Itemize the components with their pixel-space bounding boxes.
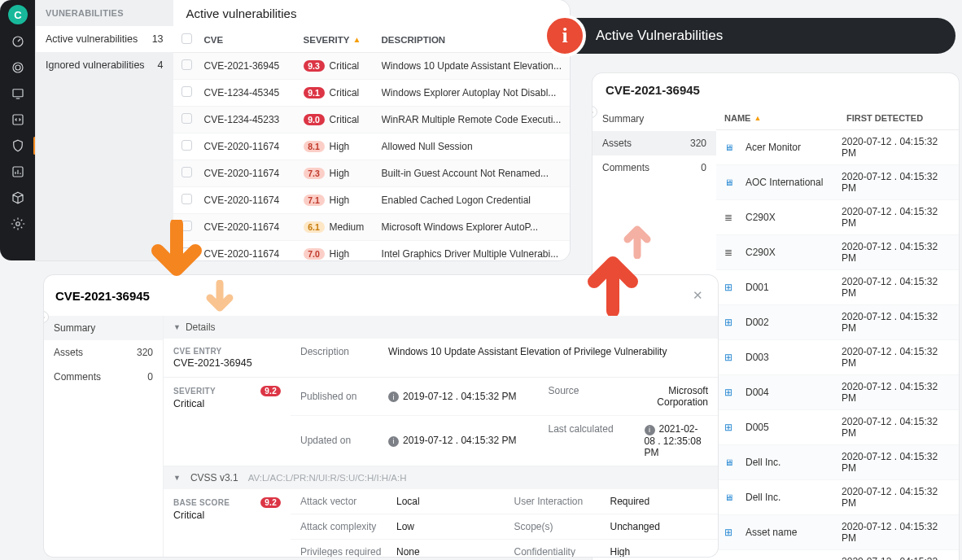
nav-item-label: Ignored vulnerabilities xyxy=(46,59,145,71)
table-row[interactable]: Acer Monitor 2020-07-12 . 04:15:32 PM xyxy=(716,130,959,165)
table-row[interactable]: CVE-2020-11674 7.1High Enabled Cached Lo… xyxy=(173,187,570,214)
severity-pill: 9.3 xyxy=(304,60,325,72)
nav-active-vulns[interactable]: Active vulnerabilities 13 xyxy=(36,26,173,52)
tab-summary[interactable]: Summary xyxy=(593,107,716,131)
select-all-checkbox[interactable] xyxy=(181,33,192,44)
table-row[interactable]: Dell Inc. 2020-07-12 . 04:15:32 PM xyxy=(716,445,959,480)
table-row[interactable]: D004 2020-07-12 . 04:15:32 PM xyxy=(716,375,959,410)
code-icon[interactable] xyxy=(9,111,27,129)
metric-label: Privileges required xyxy=(300,546,396,558)
table-row[interactable]: CVE-2020-11674 7.3High Built-in Guest Ac… xyxy=(173,160,570,187)
severity-label: SEVERITY xyxy=(173,387,216,396)
sort-asc-icon: ▲ xyxy=(352,35,361,44)
details-section-header[interactable]: ▼Details xyxy=(164,316,718,339)
row-checkbox[interactable] xyxy=(181,194,192,204)
tab-comments[interactable]: Comments0 xyxy=(593,155,716,180)
row-checkbox[interactable] xyxy=(181,167,192,177)
detail-panel: ▸ CVE-2021-36945 ✕ Summary Assets320 Com… xyxy=(44,275,718,557)
app-sidebar: C xyxy=(0,0,36,260)
col-first-detected[interactable]: FIRST DETECTED xyxy=(846,113,923,123)
severity-pill: 7.1 xyxy=(304,195,325,206)
cell-severity: High xyxy=(330,141,350,152)
avatar[interactable]: C xyxy=(8,5,28,24)
severity-pill: 9.1 xyxy=(304,87,325,98)
gear-icon[interactable] xyxy=(9,215,27,233)
assets-panel-title: CVE-2021-36945 xyxy=(593,73,959,107)
table-row[interactable]: Asset name 2020-07-12 . 04:15:32 PM xyxy=(716,515,959,550)
col-cve[interactable]: CVE xyxy=(204,35,304,45)
cell-first-detected: 2020-07-12 . 04:15:32 PM xyxy=(842,136,951,159)
table-row[interactable]: D001 2020-07-12 . 04:15:32 PM xyxy=(716,270,959,305)
info-icon: i xyxy=(388,392,399,402)
table-row[interactable]: C290X 2020-07-12 . 04:15:32 PM xyxy=(716,200,959,235)
banner: i Active Vulnerabilities xyxy=(550,18,955,54)
tab-assets[interactable]: Assets320 xyxy=(44,340,163,365)
asset-type-icon xyxy=(724,212,741,223)
shield-icon[interactable] xyxy=(9,137,27,155)
cell-name: C290X xyxy=(746,212,776,223)
table-row[interactable]: AOC International 2020-07-12 . 04:15:32 … xyxy=(716,165,959,200)
detail-tabs: Summary Assets320 Comments0 xyxy=(44,316,163,557)
base-score-pill: 9.2 xyxy=(260,497,281,508)
table-row[interactable]: D002 2020-07-12 . 04:15:32 PM xyxy=(716,305,959,340)
info-icon: i xyxy=(388,436,399,447)
severity-pill: 7.0 xyxy=(304,248,325,260)
asset-type-icon xyxy=(724,317,741,328)
screen-icon[interactable] xyxy=(9,85,27,103)
cell-first-detected: 2020-07-12 . 04:15:32 PM xyxy=(842,451,951,474)
cve-entry-label: CVE ENTRY xyxy=(173,347,281,356)
cell-first-detected: 2020-07-12 . 04:15:32 PM xyxy=(842,346,951,369)
cell-cve: CVE-1234-45233 xyxy=(204,114,304,125)
nav-ignored-vulns[interactable]: Ignored vulnerabilities 4 xyxy=(36,52,173,78)
table-row[interactable]: CVE-2020-11674 6.1Medium Microsoft Windo… xyxy=(173,214,570,241)
dashboard-icon[interactable] xyxy=(9,33,27,50)
table-row[interactable]: CVE-2020-11674 7.0High Intel Graphics Dr… xyxy=(173,241,570,260)
table-row[interactable]: C290X 2020-07-12 . 04:15:32 PM xyxy=(716,235,959,270)
metric-label: User Interaction xyxy=(514,496,610,507)
cell-name: D005 xyxy=(746,422,769,433)
col-severity[interactable]: SEVERITY▲ xyxy=(304,35,382,45)
col-name[interactable]: NAME▲ xyxy=(724,113,846,123)
severity-pill: 8.1 xyxy=(304,141,325,152)
detail-title: CVE-2021-36945 xyxy=(55,289,150,303)
table-row[interactable]: CVE-2021-36945 9.3Critical Windows 10 Up… xyxy=(173,53,570,80)
table-row[interactable]: D003 2020-07-12 . 04:15:32 PM xyxy=(716,340,959,375)
cell-first-detected: 2020-07-12 . 04:15:32 PM xyxy=(842,241,951,264)
asset-type-icon xyxy=(724,527,741,538)
svg-rect-3 xyxy=(13,90,23,97)
tab-comments[interactable]: Comments0 xyxy=(44,365,163,389)
chart-icon[interactable] xyxy=(9,163,27,181)
row-checkbox[interactable] xyxy=(181,140,192,151)
table-row[interactable]: CVE-1234-45233 9.0Critical WinRAR Multip… xyxy=(173,107,570,133)
table-row[interactable]: CVE-1234-45345 9.1Critical Windows Explo… xyxy=(173,80,570,107)
row-checkbox[interactable] xyxy=(181,86,192,97)
cell-name: D003 xyxy=(746,352,769,363)
close-button[interactable]: ✕ xyxy=(689,285,706,306)
cvss-vector: AV:L/AC:L/PR:N/UI:R/S:U/C:H/I:H/A:H xyxy=(248,473,407,483)
cvss-section-header[interactable]: ▼ CVSS v3.1 AV:L/AC:L/PR:N/UI:R/S:U/C:H/… xyxy=(164,466,718,489)
metric-label: Scope(s) xyxy=(514,521,610,532)
lastcalc-label: Last calculated xyxy=(549,423,645,458)
col-description[interactable]: DESCRIPTION xyxy=(382,35,446,45)
cube-icon[interactable] xyxy=(9,189,27,207)
radar-icon[interactable] xyxy=(9,59,27,77)
row-checkbox[interactable] xyxy=(181,59,192,70)
cell-first-detected: 2020-07-12 . 04:15:32 PM xyxy=(842,416,951,439)
tab-assets[interactable]: Assets320 xyxy=(593,131,716,155)
metric-value: Required xyxy=(610,496,650,507)
svg-point-1 xyxy=(13,63,23,72)
list-title: Active vulnerabilities xyxy=(173,0,570,27)
metric-value: Low xyxy=(396,521,414,532)
table-row[interactable]: Dell1130n 2020-07-12 . 04:15:32 PM xyxy=(716,550,959,560)
cell-first-detected: 2020-07-12 . 04:15:32 PM xyxy=(842,276,951,299)
tab-summary[interactable]: Summary xyxy=(44,316,163,340)
assets-header: NAME▲ FIRST DETECTED xyxy=(716,107,959,130)
info-icon: i xyxy=(645,425,655,435)
row-checkbox[interactable] xyxy=(181,113,192,124)
table-row[interactable]: D005 2020-07-12 . 04:15:32 PM xyxy=(716,410,959,445)
vulnerability-list-panel: VUNERABILITIES Active vulnerabilities 13… xyxy=(36,0,570,260)
table-row[interactable]: Dell Inc. 2020-07-12 . 04:15:32 PM xyxy=(716,480,959,515)
table-row[interactable]: CVE-2020-11674 8.1High Allowed Null Sess… xyxy=(173,133,570,160)
detail-content: ▼Details CVE ENTRY CVE-2021-36945 Descri… xyxy=(163,316,718,557)
cell-name: D002 xyxy=(746,317,769,328)
